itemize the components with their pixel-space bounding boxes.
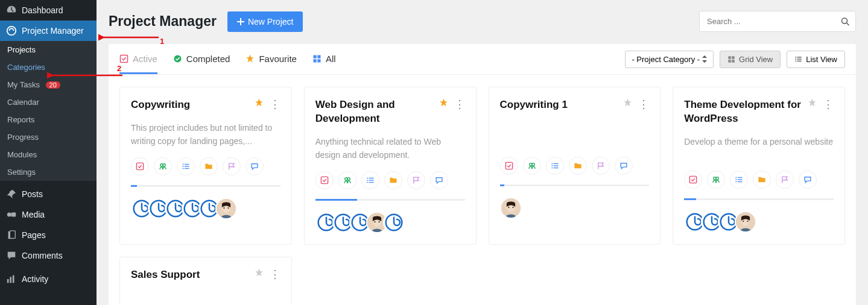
tab-label: Completed	[186, 54, 230, 64]
svg-rect-28	[796, 60, 797, 61]
tab-completed[interactable]: Completed	[173, 44, 230, 74]
flag-icon[interactable]	[592, 157, 610, 175]
sidebar-item-media[interactable]: Media	[0, 204, 97, 225]
svg-rect-86	[738, 181, 743, 182]
flag-icon[interactable]	[776, 171, 794, 189]
list-icon[interactable]	[361, 171, 379, 189]
project-card[interactable]: Theme Development for WordPress ⋮ Develo…	[673, 87, 845, 245]
card-title: Web Design and Development	[315, 98, 439, 126]
avatar[interactable]	[735, 211, 756, 233]
sidebar-sub-progress[interactable]: Progress	[0, 128, 97, 146]
favourite-star[interactable]	[623, 98, 632, 110]
favourite-star[interactable]	[439, 98, 448, 110]
card-description: Develop a theme for a personal website	[684, 136, 834, 161]
tab-all[interactable]: All	[312, 44, 336, 74]
list-icon[interactable]	[546, 157, 564, 175]
avatar[interactable]	[383, 212, 405, 233]
grid-view-button[interactable]: Grid View	[720, 51, 781, 68]
progress-bar	[315, 199, 465, 201]
team-icon[interactable]	[707, 171, 725, 189]
button-label: Grid View	[739, 55, 773, 64]
flag-icon[interactable]	[223, 157, 241, 175]
svg-point-76	[508, 207, 509, 208]
folder-icon[interactable]	[569, 157, 587, 175]
sidebar-sub-reports[interactable]: Reports	[0, 111, 97, 128]
list-icon[interactable]	[730, 171, 748, 189]
project-card[interactable]: Web Design and Development ⋮ Anything te…	[304, 87, 477, 245]
card-title: Copywriting 1	[500, 98, 568, 112]
svg-rect-16	[313, 55, 316, 58]
favourite-star[interactable]	[255, 98, 264, 110]
chat-icon[interactable]	[246, 157, 264, 175]
chat-icon[interactable]	[799, 171, 817, 189]
svg-rect-8	[10, 277, 11, 283]
search-input[interactable]	[699, 11, 856, 32]
check-icon[interactable]	[684, 171, 702, 189]
svg-rect-21	[732, 56, 735, 59]
sidebar-sub-categories[interactable]: Categories	[0, 58, 97, 76]
sidebar-item-comments[interactable]: Comments	[0, 245, 97, 266]
favourite-star[interactable]	[808, 98, 817, 110]
sidebar-item-pages[interactable]: Pages	[0, 225, 97, 245]
project-card[interactable]: Sales Support ⋮	[119, 257, 292, 305]
svg-rect-17	[317, 55, 320, 58]
chat-icon[interactable]	[430, 171, 448, 189]
sidebar-sub-projects[interactable]: Projects	[0, 41, 97, 58]
sidebar-sub-modules[interactable]: Modules	[0, 146, 97, 163]
svg-point-63	[378, 221, 379, 222]
avatar[interactable]	[500, 197, 522, 219]
team-icon[interactable]	[154, 157, 172, 175]
card-menu-button[interactable]: ⋮	[270, 269, 280, 280]
project-card[interactable]: Copywriting 1 ⋮	[489, 87, 661, 245]
category-filter[interactable]: - Project Category -	[625, 51, 714, 68]
favourite-star[interactable]	[255, 268, 264, 280]
folder-icon[interactable]	[753, 171, 771, 189]
tab-favourite[interactable]: Favourite	[246, 44, 297, 74]
list-icon[interactable]	[177, 157, 195, 175]
chat-icon[interactable]	[615, 157, 633, 175]
sidebar-item-project-manager[interactable]: Project Manager	[0, 20, 97, 41]
folder-icon[interactable]	[384, 171, 402, 189]
check-icon[interactable]	[315, 171, 334, 189]
svg-rect-72	[551, 168, 553, 168]
my-tasks-badge: 20	[46, 81, 60, 89]
chevron-updown-icon	[702, 55, 707, 63]
check-icon[interactable]	[131, 157, 149, 175]
svg-point-50	[347, 178, 350, 180]
sidebar-item-dashboard[interactable]: Dashboard	[0, 0, 97, 20]
project-card[interactable]: Copywriting ⋮ This project includes but …	[119, 87, 292, 245]
tab-label: Active	[133, 54, 157, 64]
card-description: This project includes but not limited to…	[131, 122, 280, 148]
sidebar-sub-calendar[interactable]: Calendar	[0, 93, 97, 111]
team-icon[interactable]	[523, 157, 541, 175]
tab-label: Favourite	[259, 54, 297, 64]
svg-rect-51	[367, 178, 368, 178]
new-project-button[interactable]: New Project	[227, 11, 303, 32]
grid-icon	[312, 54, 322, 63]
card-menu-button[interactable]: ⋮	[270, 99, 280, 110]
card-menu-button[interactable]: ⋮	[638, 99, 649, 110]
svg-point-62	[374, 221, 375, 222]
activity-icon	[6, 274, 17, 285]
content-panel: Active Completed Favourite All - Project	[109, 44, 856, 305]
sidebar-label: Dashboard	[22, 5, 63, 15]
sidebar-item-activity[interactable]: Activity	[0, 269, 97, 289]
sidebar-item-posts[interactable]: Posts	[0, 184, 97, 204]
sidebar-sub-my-tasks[interactable]: My Tasks 20	[0, 76, 97, 93]
svg-rect-53	[367, 180, 368, 181]
avatar[interactable]	[215, 198, 237, 219]
flag-icon[interactable]	[407, 171, 425, 189]
card-menu-button[interactable]: ⋮	[454, 99, 465, 110]
list-view-button[interactable]: List View	[787, 51, 845, 68]
svg-rect-26	[796, 58, 797, 60]
svg-rect-36	[185, 166, 189, 167]
svg-rect-23	[732, 60, 735, 63]
folder-icon[interactable]	[200, 157, 218, 175]
card-menu-button[interactable]: ⋮	[823, 99, 834, 110]
sidebar-sub-settings[interactable]: Settings	[0, 163, 97, 181]
team-icon[interactable]	[338, 171, 356, 189]
check-icon[interactable]	[500, 157, 518, 175]
main-content: Project Manager New Project Active Compl…	[97, 0, 868, 305]
tab-active[interactable]: Active	[119, 44, 157, 74]
avatar-list	[131, 198, 280, 219]
